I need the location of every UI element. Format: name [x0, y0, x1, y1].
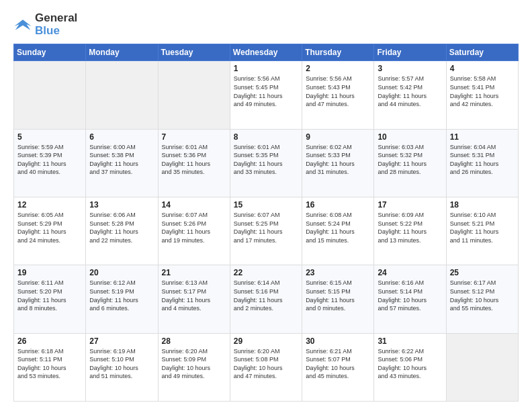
day-number: 17 — [378, 200, 442, 210]
logo: General Blue — [13, 12, 77, 37]
day-info: Sunrise: 6:01 AM Sunset: 5:35 PM Dayligh… — [234, 143, 298, 177]
day-cell: 1Sunrise: 5:56 AM Sunset: 5:45 PM Daylig… — [230, 61, 302, 129]
day-info: Sunrise: 6:06 AM Sunset: 5:28 PM Dayligh… — [89, 211, 154, 244]
day-info: Sunrise: 6:02 AM Sunset: 5:33 PM Dayligh… — [306, 143, 370, 177]
weekday-header-row: SundayMondayTuesdayWednesdayThursdayFrid… — [14, 44, 519, 61]
day-info: Sunrise: 6:14 AM Sunset: 5:16 PM Dayligh… — [234, 279, 298, 312]
weekday-wednesday: Wednesday — [230, 44, 302, 61]
day-cell: 29Sunrise: 6:20 AM Sunset: 5:08 PM Dayli… — [230, 333, 302, 401]
weekday-friday: Friday — [374, 44, 446, 61]
day-number: 24 — [378, 268, 442, 277]
day-number: 31 — [378, 336, 442, 346]
day-info: Sunrise: 6:21 AM Sunset: 5:07 PM Dayligh… — [306, 347, 370, 381]
day-number: 29 — [234, 336, 298, 346]
day-number: 9 — [306, 132, 370, 142]
day-info: Sunrise: 6:07 AM Sunset: 5:26 PM Dayligh… — [162, 211, 226, 244]
day-cell: 20Sunrise: 6:12 AM Sunset: 5:19 PM Dayli… — [86, 265, 158, 333]
day-info: Sunrise: 6:19 AM Sunset: 5:10 PM Dayligh… — [89, 347, 154, 381]
day-cell: 2Sunrise: 5:56 AM Sunset: 5:43 PM Daylig… — [302, 61, 374, 129]
day-info: Sunrise: 6:16 AM Sunset: 5:14 PM Dayligh… — [378, 279, 442, 312]
weekday-sunday: Sunday — [14, 44, 86, 61]
day-info: Sunrise: 6:18 AM Sunset: 5:11 PM Dayligh… — [17, 347, 82, 381]
day-number: 26 — [17, 336, 82, 346]
day-info: Sunrise: 5:56 AM Sunset: 5:45 PM Dayligh… — [234, 75, 298, 108]
day-info: Sunrise: 6:13 AM Sunset: 5:17 PM Dayligh… — [162, 279, 226, 312]
day-number: 11 — [450, 132, 515, 142]
logo-icon — [13, 17, 32, 32]
day-cell — [158, 61, 230, 129]
day-cell: 4Sunrise: 5:58 AM Sunset: 5:41 PM Daylig… — [446, 61, 518, 129]
day-cell: 13Sunrise: 6:06 AM Sunset: 5:28 PM Dayli… — [86, 197, 158, 265]
weekday-thursday: Thursday — [302, 44, 374, 61]
day-cell: 12Sunrise: 6:05 AM Sunset: 5:29 PM Dayli… — [14, 197, 86, 265]
weekday-monday: Monday — [86, 44, 158, 61]
day-cell: 19Sunrise: 6:11 AM Sunset: 5:20 PM Dayli… — [14, 265, 86, 333]
day-info: Sunrise: 5:57 AM Sunset: 5:42 PM Dayligh… — [378, 75, 442, 108]
day-info: Sunrise: 6:11 AM Sunset: 5:20 PM Dayligh… — [17, 279, 82, 312]
day-info: Sunrise: 6:08 AM Sunset: 5:24 PM Dayligh… — [306, 211, 370, 244]
week-row-2: 12Sunrise: 6:05 AM Sunset: 5:29 PM Dayli… — [14, 197, 519, 265]
day-info: Sunrise: 6:00 AM Sunset: 5:38 PM Dayligh… — [89, 143, 154, 177]
day-cell: 23Sunrise: 6:15 AM Sunset: 5:15 PM Dayli… — [302, 265, 374, 333]
calendar-page: General Blue SundayMondayTuesdayWednesda… — [0, 0, 532, 411]
day-cell: 22Sunrise: 6:14 AM Sunset: 5:16 PM Dayli… — [230, 265, 302, 333]
weekday-saturday: Saturday — [446, 44, 518, 61]
day-info: Sunrise: 6:10 AM Sunset: 5:21 PM Dayligh… — [450, 211, 515, 244]
day-info: Sunrise: 6:05 AM Sunset: 5:29 PM Dayligh… — [17, 211, 82, 244]
day-number: 28 — [162, 336, 226, 346]
calendar-table: SundayMondayTuesdayWednesdayThursdayFrid… — [13, 44, 519, 402]
day-info: Sunrise: 6:20 AM Sunset: 5:09 PM Dayligh… — [162, 347, 226, 381]
day-number: 12 — [17, 200, 82, 210]
day-number: 14 — [162, 200, 226, 210]
day-cell: 26Sunrise: 6:18 AM Sunset: 5:11 PM Dayli… — [14, 333, 86, 401]
day-cell: 10Sunrise: 6:03 AM Sunset: 5:32 PM Dayli… — [374, 129, 446, 197]
day-cell: 9Sunrise: 6:02 AM Sunset: 5:33 PM Daylig… — [302, 129, 374, 197]
day-number: 30 — [306, 336, 370, 346]
day-cell: 7Sunrise: 6:01 AM Sunset: 5:36 PM Daylig… — [158, 129, 230, 197]
day-number: 27 — [89, 336, 154, 346]
day-number: 10 — [378, 132, 442, 142]
day-info: Sunrise: 6:09 AM Sunset: 5:22 PM Dayligh… — [378, 211, 442, 244]
day-number: 19 — [17, 268, 82, 277]
day-number: 5 — [17, 132, 82, 142]
day-info: Sunrise: 6:01 AM Sunset: 5:36 PM Dayligh… — [162, 143, 226, 177]
week-row-4: 26Sunrise: 6:18 AM Sunset: 5:11 PM Dayli… — [14, 333, 519, 401]
day-number: 23 — [306, 268, 370, 277]
day-number: 25 — [450, 268, 515, 277]
day-info: Sunrise: 6:17 AM Sunset: 5:12 PM Dayligh… — [450, 279, 515, 312]
week-row-3: 19Sunrise: 6:11 AM Sunset: 5:20 PM Dayli… — [14, 265, 519, 333]
day-cell: 25Sunrise: 6:17 AM Sunset: 5:12 PM Dayli… — [446, 265, 518, 333]
day-cell: 8Sunrise: 6:01 AM Sunset: 5:35 PM Daylig… — [230, 129, 302, 197]
day-info: Sunrise: 6:12 AM Sunset: 5:19 PM Dayligh… — [89, 279, 154, 312]
day-number: 1 — [234, 64, 298, 73]
day-info: Sunrise: 5:59 AM Sunset: 5:39 PM Dayligh… — [17, 143, 82, 177]
day-cell: 6Sunrise: 6:00 AM Sunset: 5:38 PM Daylig… — [86, 129, 158, 197]
day-number: 2 — [306, 64, 370, 73]
day-number: 4 — [450, 64, 515, 73]
day-cell: 31Sunrise: 6:22 AM Sunset: 5:06 PM Dayli… — [374, 333, 446, 401]
week-row-0: 1Sunrise: 5:56 AM Sunset: 5:45 PM Daylig… — [14, 61, 519, 129]
day-info: Sunrise: 6:22 AM Sunset: 5:06 PM Dayligh… — [378, 347, 442, 381]
day-number: 15 — [234, 200, 298, 210]
logo-text: General Blue — [35, 12, 77, 37]
day-info: Sunrise: 6:04 AM Sunset: 5:31 PM Dayligh… — [450, 143, 515, 177]
day-info: Sunrise: 6:03 AM Sunset: 5:32 PM Dayligh… — [378, 143, 442, 177]
day-info: Sunrise: 6:20 AM Sunset: 5:08 PM Dayligh… — [234, 347, 298, 381]
day-cell: 18Sunrise: 6:10 AM Sunset: 5:21 PM Dayli… — [446, 197, 518, 265]
day-info: Sunrise: 5:58 AM Sunset: 5:41 PM Dayligh… — [450, 75, 515, 108]
day-number: 22 — [234, 268, 298, 277]
header: General Blue — [13, 12, 519, 37]
weekday-tuesday: Tuesday — [158, 44, 230, 61]
day-number: 18 — [450, 200, 515, 210]
week-row-1: 5Sunrise: 5:59 AM Sunset: 5:39 PM Daylig… — [14, 129, 519, 197]
day-cell: 5Sunrise: 5:59 AM Sunset: 5:39 PM Daylig… — [14, 129, 86, 197]
day-cell — [14, 61, 86, 129]
day-info: Sunrise: 5:56 AM Sunset: 5:43 PM Dayligh… — [306, 75, 370, 108]
day-cell — [86, 61, 158, 129]
day-cell: 27Sunrise: 6:19 AM Sunset: 5:10 PM Dayli… — [86, 333, 158, 401]
day-cell: 14Sunrise: 6:07 AM Sunset: 5:26 PM Dayli… — [158, 197, 230, 265]
day-cell: 21Sunrise: 6:13 AM Sunset: 5:17 PM Dayli… — [158, 265, 230, 333]
day-number: 20 — [89, 268, 154, 277]
day-cell: 17Sunrise: 6:09 AM Sunset: 5:22 PM Dayli… — [374, 197, 446, 265]
day-cell: 16Sunrise: 6:08 AM Sunset: 5:24 PM Dayli… — [302, 197, 374, 265]
